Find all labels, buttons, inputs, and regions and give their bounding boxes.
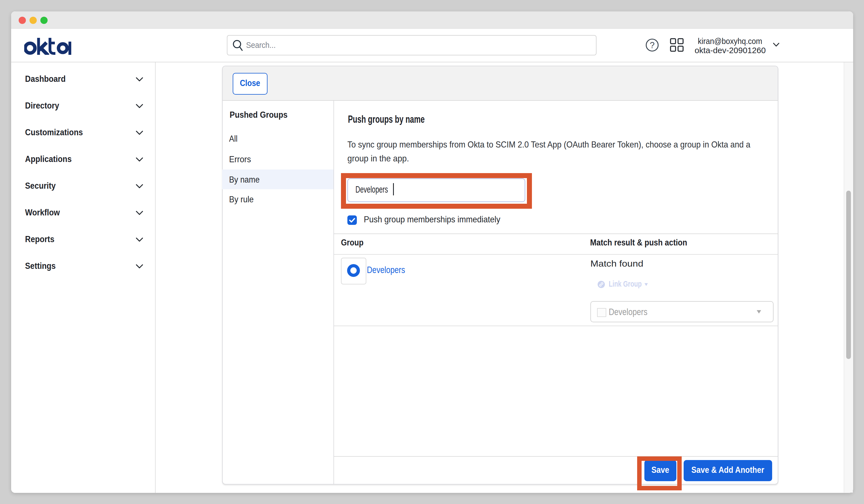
svg-text:?: ? — [650, 40, 655, 50]
